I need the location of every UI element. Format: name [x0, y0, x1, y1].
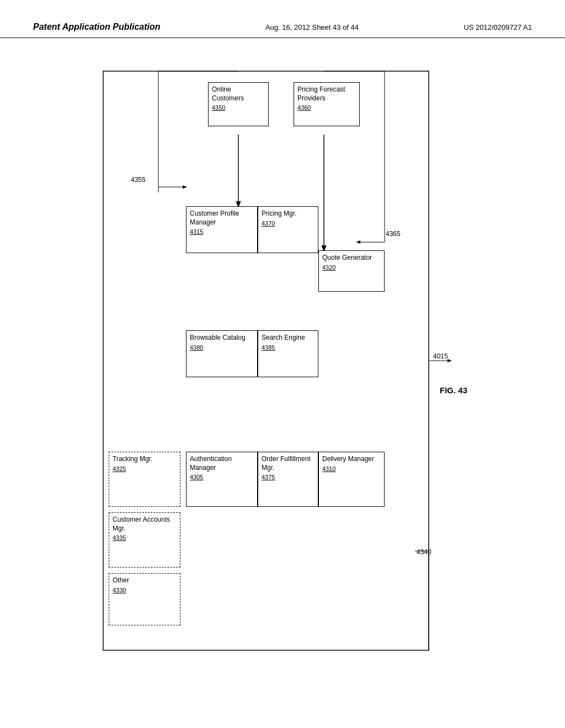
delivery-manager-label: 4310 [322, 465, 335, 473]
other-label: 4330 [113, 586, 126, 594]
delivery-manager-box: Delivery Manager 4310 [318, 452, 385, 507]
auth-manager-title: Authentication Manager [190, 455, 254, 472]
customer-profile-title: Customer Profile Manager [190, 210, 254, 227]
quote-generator-box: Quote Generator 4320 [318, 250, 385, 292]
pricing-mgr-label: 4370 [262, 220, 275, 227]
header-publication-label: Patent Application Publication [33, 22, 161, 32]
pricing-forecast-box: Pricing Forecast Providers 4360 [294, 82, 360, 126]
ref-4340: 4340 [417, 548, 431, 556]
online-customers-box: Online Customers 4350 [208, 82, 269, 126]
auth-manager-label: 4305 [190, 473, 203, 481]
online-customers-label: 4350 [212, 104, 225, 111]
header-patent-number: US 2012/0209727 A1 [463, 23, 532, 31]
header-date-sheet: Aug. 16, 2012 Sheet 43 of 44 [265, 23, 359, 31]
tracking-mgr-box: Tracking Mgr. 4325 [109, 452, 180, 507]
fig-label: FIG. 43 [440, 386, 467, 395]
pricing-forecast-label: 4360 [297, 104, 311, 111]
quote-generator-label: 4320 [322, 264, 335, 271]
ref-4355: 4355 [131, 176, 146, 184]
search-engine-title: Search Engine [262, 334, 305, 342]
browsable-catalog-box: Browsable Catalog 4380 [186, 330, 258, 377]
header: Patent Application Publication Aug. 16, … [0, 0, 565, 38]
customer-profile-box: Customer Profile Manager 4315 [186, 206, 258, 253]
search-engine-box: Search Engine 4385 [258, 330, 318, 377]
pricing-forecast-title: Pricing Forecast Providers [297, 85, 356, 103]
diagram-area: Online Customers 4350 Pricing Forecast P… [76, 55, 489, 678]
browsable-catalog-label: 4380 [190, 344, 203, 351]
tracking-mgr-label: 4325 [113, 465, 126, 473]
order-fulfillment-title: Order Fulfillment Mgr. [262, 455, 315, 472]
other-title: Other [113, 576, 129, 585]
ref-4015: 4015 [433, 352, 448, 360]
customer-profile-label: 4315 [190, 228, 203, 235]
ref-4365: 4365 [386, 230, 401, 238]
pricing-mgr-title: Pricing Mgr. [262, 210, 296, 218]
pricing-mgr-box: Pricing Mgr. 4370 [258, 206, 318, 253]
tracking-mgr-title: Tracking Mgr. [113, 455, 152, 464]
customer-accounts-label: 4335 [113, 534, 126, 542]
order-fulfillment-label: 4375 [262, 473, 275, 481]
search-engine-label: 4385 [262, 344, 275, 351]
customer-accounts-title: Customer Accounts Mgr. [113, 516, 177, 533]
other-box: Other 4330 [109, 573, 180, 625]
customer-accounts-box: Customer Accounts Mgr. 4335 [109, 512, 180, 568]
browsable-catalog-title: Browsable Catalog [190, 334, 246, 342]
auth-manager-box: Authentication Manager 4305 [186, 452, 258, 507]
quote-generator-title: Quote Generator [322, 254, 372, 263]
online-customers-title: Online Customers [212, 85, 265, 103]
delivery-manager-title: Delivery Manager [322, 455, 374, 464]
page: Patent Application Publication Aug. 16, … [0, 0, 565, 728]
order-fulfillment-box: Order Fulfillment Mgr. 4375 [258, 452, 318, 507]
